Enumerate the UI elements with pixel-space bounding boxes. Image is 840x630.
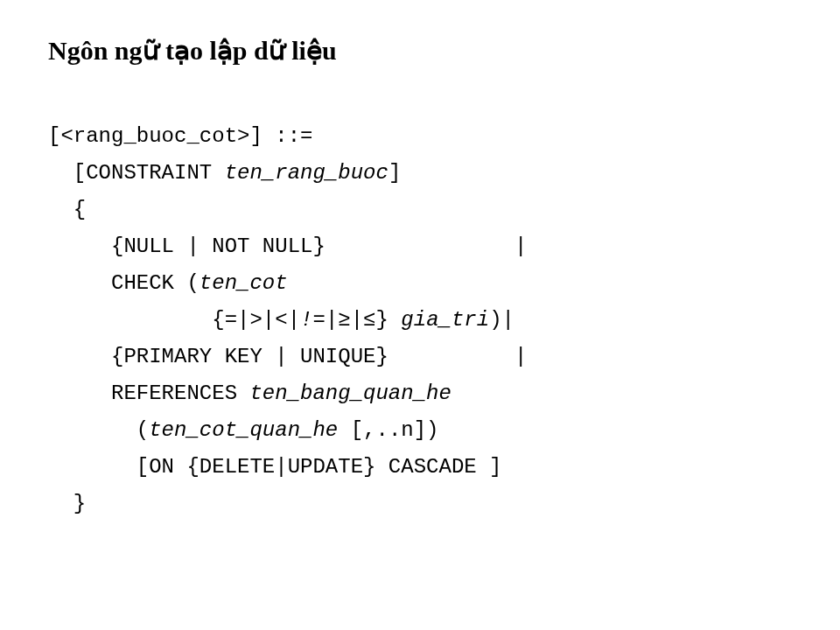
code-line-5-a: CHECK ( (48, 271, 200, 295)
code-line-9-b: ten_cot_quan_he (149, 418, 338, 442)
code-line-2-b: ten_rang_buoc (225, 161, 388, 185)
code-line-5-b: ten_cot (200, 271, 288, 295)
code-line-1: [<rang_buoc_cot>] ::= (48, 124, 312, 148)
code-line-6-o: )| (489, 308, 514, 332)
code-line-2-a: [CONSTRAINT (48, 161, 225, 185)
code-line-8-a: REFERENCES (48, 382, 249, 405)
code-line-6-i: | (326, 308, 338, 332)
code-line-6-l: ≤ (363, 308, 375, 332)
code-line-9-c: [,..n]) (338, 418, 438, 442)
code-line-10: [ON {DELETE|UPDATE} CASCADE ] (48, 455, 501, 479)
code-block: [<rang_buoc_cot>] ::= [CONSTRAINT ten_ra… (48, 118, 792, 522)
code-line-6-e: | (262, 308, 275, 332)
code-line-8-b: ten_bang_quan_he (249, 382, 451, 405)
code-line-6-k: | (351, 308, 363, 332)
code-line-2-c: ] (388, 161, 401, 185)
code-line-6-c: | (237, 308, 249, 332)
page-title: Ngôn ngữ tạo lập dữ liệu (48, 35, 792, 66)
code-line-6-a: { (48, 308, 225, 332)
code-line-4: {NULL | NOT NULL} | (48, 234, 527, 258)
code-line-6-f: < (275, 308, 287, 332)
code-line-9-a: ( (48, 418, 149, 442)
code-line-7: {PRIMARY KEY | UNIQUE} | (48, 345, 527, 368)
code-line-6-m: } (376, 308, 402, 332)
code-line-6-h: != (300, 308, 326, 332)
code-line-6-j: ≥ (338, 308, 350, 332)
code-line-6-d: > (249, 308, 262, 332)
code-line-6-g: | (288, 308, 300, 332)
code-line-3: { (48, 198, 86, 221)
code-line-6-n: gia_tri (401, 308, 489, 332)
code-line-11: } (48, 492, 86, 515)
code-line-6-b: = (225, 308, 237, 332)
